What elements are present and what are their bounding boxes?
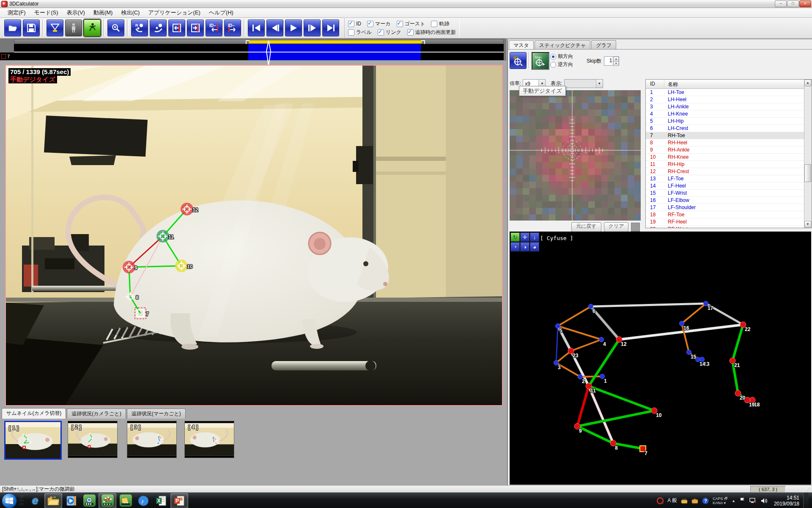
zoom-button[interactable] — [107, 19, 124, 36]
camera-thumbnail-4[interactable]: [ 4 ] — [184, 421, 234, 458]
column-name[interactable]: 名称 — [664, 80, 812, 88]
marker-list[interactable]: ID 名称 1LH-Toe2LH-Heel3LH-Ankle4LH-Knee5L… — [645, 79, 812, 228]
pan-view-button[interactable]: ✛ — [520, 232, 529, 242]
stick-node-8[interactable]: 8 — [610, 440, 618, 451]
bottom-tab-2[interactable]: 追跡状況(マーカごと) — [127, 409, 186, 419]
network-status-icon[interactable]: ✕ — [749, 497, 757, 504]
next-untracked-button[interactable] — [187, 19, 204, 36]
video-marker-10[interactable]: 10 — [175, 260, 193, 272]
checkbox-box[interactable] — [397, 21, 403, 27]
stick-node-15[interactable]: 15 — [687, 350, 697, 360]
checkbox-リンク[interactable]: リンク — [378, 29, 401, 36]
stick-node-16[interactable]: 16 — [680, 321, 689, 331]
radio-backward[interactable]: 逆方向 — [550, 61, 573, 68]
scroll-down-icon[interactable]: ▼ — [804, 221, 811, 228]
stick-figure-3d-view[interactable]: ↻ ✛ ↓ ◔ ◑ ◕ [ Cyfuse ] 12345678910111213… — [510, 232, 811, 485]
rotate-view-button[interactable]: ↻ — [510, 232, 520, 242]
bottom-tab-0[interactable]: サムネイル(カメラ切替) — [2, 408, 66, 419]
menu-measure[interactable]: 測定(F) — [3, 8, 30, 17]
jump-prev-registered-button[interactable]: R — [131, 19, 148, 36]
checkbox-box[interactable] — [348, 29, 354, 36]
taskbar-icon-itunes[interactable]: ♪ — [135, 494, 152, 508]
menu-help[interactable]: ヘルプ(H) — [205, 8, 238, 17]
column-id[interactable]: ID — [646, 80, 664, 88]
zoom-view-button[interactable]: ↓ — [530, 232, 539, 242]
video-marker-12[interactable]: 12 — [181, 203, 198, 215]
bottom-tab-1[interactable]: 追跡状況(カメラごと) — [67, 409, 126, 419]
volume-icon[interactable] — [761, 498, 768, 504]
marker-row-8[interactable]: 8RH-Heel — [646, 139, 812, 146]
jump-next-registered-button[interactable] — [150, 19, 167, 36]
menu-view[interactable]: 表示(V) — [63, 8, 89, 17]
marker-row-5[interactable]: 5LH-Hip — [646, 118, 812, 125]
video-marker-9[interactable]: 9 — [123, 261, 137, 273]
calibration-button[interactable] — [47, 19, 63, 36]
go-last-frame-button[interactable] — [322, 19, 339, 36]
checkbox-box[interactable] — [431, 21, 437, 27]
stick-node-21[interactable]: 21 — [730, 358, 740, 368]
action-center-flag-icon[interactable] — [739, 497, 746, 504]
camera-thumbnail-2[interactable]: [ 2 ] — [68, 421, 118, 458]
checkbox-追跡時の画面更新[interactable]: 追跡時の画面更新 — [407, 29, 456, 36]
menu-movie[interactable]: 動画(M) — [89, 8, 117, 17]
stick-node-20[interactable]: 20 — [735, 390, 746, 401]
timeline-range-track[interactable] — [14, 39, 504, 44]
motion-measure-button-active[interactable] — [84, 19, 101, 36]
keyboard-state-indicator[interactable]: CAPS 🗗KANA ▾ — [713, 497, 728, 505]
tray-quicktime-icon[interactable] — [657, 497, 664, 504]
view-side-button[interactable]: ◑ — [520, 242, 529, 251]
marker-row-7[interactable]: 7RH-Toe — [646, 132, 812, 139]
manual-digitize-button-active[interactable]: Man — [532, 52, 549, 70]
marker-row-4[interactable]: 4LH-Knee — [646, 110, 812, 118]
marker-row-17[interactable]: 17LF-Shoulder — [646, 204, 812, 211]
show-hidden-icons-chevron[interactable]: ▲ — [732, 499, 735, 503]
taskbar-icon-video-edit-app[interactable] — [117, 494, 134, 508]
prev-frame-button[interactable] — [266, 19, 283, 36]
marker-row-14[interactable]: 14LF-Heel — [646, 182, 812, 190]
clear-button[interactable]: クリア — [604, 222, 629, 232]
taskbar-icon-windows-explorer[interactable] — [44, 493, 62, 508]
open-file-button[interactable] — [4, 19, 21, 36]
video-marker-7[interactable]: 7 — [135, 308, 149, 319]
view-top-button[interactable]: ◕ — [530, 242, 539, 251]
stick-node-10[interactable]: 10 — [651, 408, 662, 418]
scrollbar-thumb[interactable] — [804, 164, 811, 182]
camera-thumbnail-1[interactable]: [ 1 ] — [4, 421, 62, 460]
chevron-down-icon[interactable]: ▼ — [596, 80, 603, 88]
marker-row-3[interactable]: 3LH-Ankle — [646, 103, 812, 110]
taskbar-icon-media-player[interactable] — [63, 494, 80, 508]
go-first-frame-button[interactable] — [248, 19, 265, 36]
video-marker-11[interactable]: 11 — [156, 230, 174, 243]
taskbar-icon-camera-capture-app[interactable] — [81, 494, 98, 508]
marker-row-10[interactable]: 10RH-Knee — [646, 154, 812, 161]
marker-row-12[interactable]: 12RH-Crest — [646, 168, 812, 175]
marker-row-9[interactable]: 9RH-Ankle — [646, 146, 812, 154]
marker-row-18[interactable]: 18RF-Toe — [646, 211, 812, 218]
timeline-selected-range[interactable] — [249, 40, 422, 44]
tab-master[interactable]: マスタ — [509, 40, 534, 49]
marker-row-2[interactable]: 2LH-Heel — [646, 96, 812, 103]
stick-node-3[interactable]: 3 — [554, 361, 561, 371]
checkbox-box[interactable] — [367, 21, 373, 27]
color-swatch[interactable] — [631, 223, 640, 232]
prev-id-button[interactable]: ID− — [206, 19, 222, 36]
taskbar-icon-powerpoint[interactable]: P — [170, 493, 188, 508]
marker-row-11[interactable]: 11RH-Hip — [646, 161, 812, 168]
stick-node-1[interactable]: 1 — [600, 374, 607, 384]
marker-row-16[interactable]: 16LF-Elbow — [646, 197, 812, 204]
taskbar-clock[interactable]: 14:51 2019/09/18 — [771, 495, 799, 507]
magnifier-view[interactable] — [510, 90, 641, 221]
undo-button[interactable]: 元に戻す — [571, 222, 601, 232]
tray-toolbox-icon[interactable] — [691, 498, 698, 504]
taskbar-icon-excel[interactable]: X — [153, 494, 170, 508]
radio-forward[interactable]: 順方向 — [550, 53, 573, 60]
taskbar-icon-3dcalculator-app[interactable] — [99, 493, 116, 508]
timeline-track-marker[interactable] — [14, 52, 504, 60]
save-button[interactable] — [23, 19, 40, 36]
marker-row-6[interactable]: 6LH-Crest — [646, 125, 812, 132]
start-button[interactable] — [2, 493, 17, 508]
scroll-up-icon[interactable]: ▲ — [804, 80, 811, 86]
close-button[interactable]: × — [799, 0, 811, 7]
skip-down-icon[interactable]: ▼ — [613, 61, 619, 66]
stick-node-17[interactable]: 17 — [704, 301, 713, 312]
